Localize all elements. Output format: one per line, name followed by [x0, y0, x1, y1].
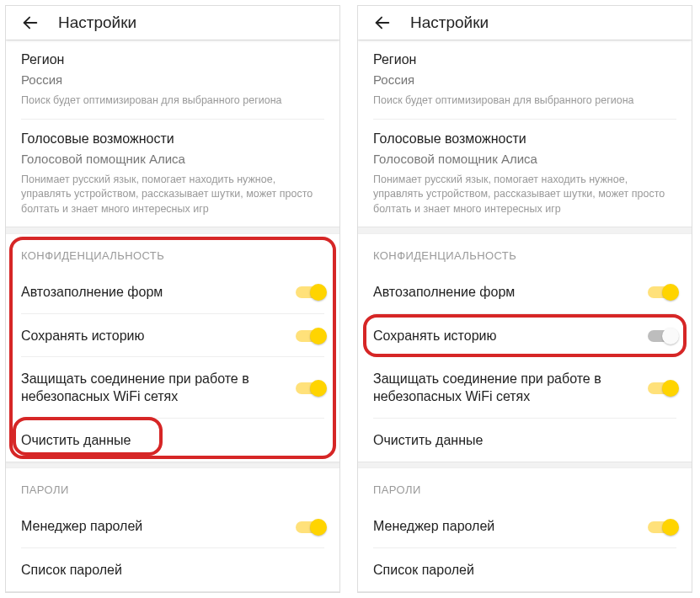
- voice-setting[interactable]: Голосовые возможности Голосовой помощник…: [373, 119, 676, 227]
- autofill-label: Автозаполнение форм: [21, 284, 163, 302]
- region-value: Россия: [21, 72, 324, 87]
- privacy-header: КОНФИДЕНЦИАЛЬНОСТЬ: [373, 234, 676, 270]
- history-toggle[interactable]: [648, 330, 676, 342]
- region-setting[interactable]: Регион Россия Поиск будет оптимизирован …: [21, 40, 324, 119]
- voice-value: Голосовой помощник Алиса: [373, 152, 676, 166]
- autofill-label: Автозаполнение форм: [373, 284, 515, 302]
- history-label: Сохранять историю: [373, 328, 497, 345]
- history-toggle[interactable]: [296, 330, 324, 342]
- back-arrow-icon[interactable]: [21, 13, 40, 32]
- region-label: Регион: [21, 52, 324, 67]
- passwords-section: ПАРОЛИ Менеджер паролей Список паролей: [6, 467, 339, 592]
- password-list-row[interactable]: Список паролей: [21, 547, 324, 591]
- privacy-section: КОНФИДЕНЦИАЛЬНОСТЬ Автозаполнение форм С…: [6, 233, 339, 462]
- wifi-protect-label: Защищать соединение при работе в небезоп…: [21, 371, 286, 406]
- voice-label: Голосовые возможности: [21, 131, 324, 147]
- autofill-row[interactable]: Автозаполнение форм: [21, 270, 324, 313]
- region-hint: Поиск будет оптимизирован для выбранного…: [373, 93, 676, 109]
- region-setting[interactable]: Регион Россия Поиск будет оптимизирован …: [373, 40, 676, 119]
- page-title: Настройки: [58, 13, 136, 32]
- password-list-row[interactable]: Список паролей: [373, 547, 676, 591]
- voice-hint: Понимает русский язык, помогает находить…: [373, 173, 676, 217]
- password-manager-row[interactable]: Менеджер паролей: [21, 505, 324, 547]
- password-manager-toggle[interactable]: [296, 521, 324, 533]
- clear-data-row[interactable]: Очистить данные: [373, 418, 676, 462]
- password-manager-label: Менеджер паролей: [373, 518, 494, 536]
- autofill-row[interactable]: Автозаполнение форм: [373, 270, 676, 313]
- topbar: Настройки: [6, 6, 339, 40]
- autofill-toggle[interactable]: [296, 286, 324, 298]
- privacy-section: КОНФИДЕНЦИАЛЬНОСТЬ Автозаполнение форм С…: [358, 233, 692, 462]
- voice-label: Голосовые возможности: [373, 131, 676, 147]
- passwords-header: ПАРОЛИ: [373, 468, 676, 505]
- passwords-section: ПАРОЛИ Менеджер паролей Список паролей: [358, 467, 692, 592]
- password-manager-label: Менеджер паролей: [21, 518, 142, 536]
- page-title: Настройки: [410, 13, 489, 32]
- history-label: Сохранять историю: [21, 328, 145, 345]
- clear-data-label: Очистить данные: [21, 432, 131, 450]
- password-manager-row[interactable]: Менеджер паролей: [373, 505, 676, 547]
- clear-data-label: Очистить данные: [373, 432, 483, 450]
- back-arrow-icon[interactable]: [373, 13, 392, 32]
- password-list-label: Список паролей: [373, 562, 474, 579]
- history-row[interactable]: Сохранять историю: [373, 313, 676, 357]
- passwords-header: ПАРОЛИ: [21, 468, 324, 505]
- region-label: Регион: [373, 52, 676, 67]
- region-value: Россия: [373, 72, 676, 87]
- wifi-protect-row[interactable]: Защищать соединение при работе в небезоп…: [21, 356, 324, 418]
- wifi-protect-toggle[interactable]: [296, 382, 324, 394]
- topbar: Настройки: [358, 6, 692, 40]
- autofill-toggle[interactable]: [648, 286, 676, 298]
- wifi-protect-toggle[interactable]: [648, 382, 676, 394]
- region-hint: Поиск будет оптимизирован для выбранного…: [21, 93, 324, 109]
- clear-data-row[interactable]: Очистить данные: [21, 418, 324, 462]
- voice-setting[interactable]: Голосовые возможности Голосовой помощник…: [21, 119, 324, 227]
- voice-value: Голосовой помощник Алиса: [21, 152, 324, 166]
- settings-screen-left: Настройки Регион Россия Поиск будет опти…: [5, 5, 340, 593]
- wifi-protect-row[interactable]: Защищать соединение при работе в небезоп…: [373, 356, 676, 418]
- settings-screen-right: Настройки Регион Россия Поиск будет опти…: [357, 5, 692, 593]
- password-list-label: Список паролей: [21, 562, 122, 579]
- history-row[interactable]: Сохранять историю: [21, 313, 324, 357]
- voice-hint: Понимает русский язык, помогает находить…: [21, 173, 324, 217]
- wifi-protect-label: Защищать соединение при работе в небезоп…: [373, 371, 638, 406]
- password-manager-toggle[interactable]: [648, 521, 676, 533]
- privacy-header: КОНФИДЕНЦИАЛЬНОСТЬ: [21, 234, 324, 270]
